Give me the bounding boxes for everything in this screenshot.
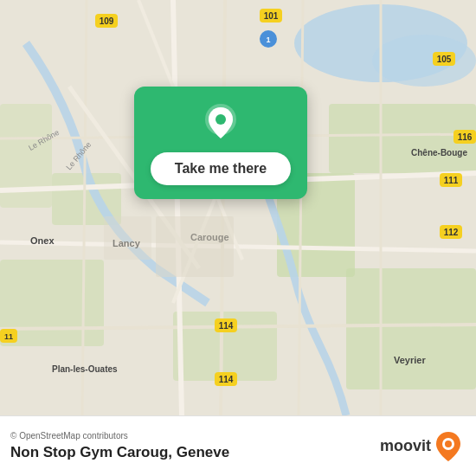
svg-text:Plan-les-Ouates: Plan-les-Ouates — [52, 364, 118, 374]
svg-point-56 — [445, 441, 452, 447]
svg-text:114: 114 — [219, 375, 234, 384]
svg-rect-50 — [156, 216, 234, 277]
take-me-there-button[interactable]: Take me there — [151, 152, 291, 185]
location-pin-icon — [200, 102, 241, 144]
svg-text:Veyrier: Veyrier — [394, 355, 426, 365]
svg-point-54 — [215, 114, 226, 125]
svg-text:11: 11 — [4, 332, 13, 341]
svg-text:101: 101 — [264, 11, 279, 21]
svg-text:116: 116 — [458, 132, 473, 142]
svg-text:109: 109 — [100, 16, 114, 26]
location-card: Take me there — [134, 87, 307, 199]
svg-text:Onex: Onex — [30, 235, 55, 246]
svg-rect-51 — [104, 216, 151, 260]
bottom-left-info: © OpenStreetMap contributors Non Stop Gy… — [10, 431, 229, 461]
map-svg: 109 101 105 116 111 112 114 114 11 Onex … — [0, 0, 476, 415]
bottom-bar: © OpenStreetMap contributors Non Stop Gy… — [0, 415, 476, 476]
svg-point-9 — [372, 35, 476, 87]
moovit-logo: moovit — [380, 430, 462, 463]
svg-text:1: 1 — [266, 35, 270, 44]
osm-credit: © OpenStreetMap contributors — [10, 431, 229, 441]
svg-text:111: 111 — [444, 176, 459, 185]
place-name: Non Stop Gym Caroug, Geneve — [10, 444, 229, 461]
moovit-text: moovit — [380, 437, 431, 455]
svg-text:112: 112 — [444, 228, 459, 237]
svg-text:Chêne-Bouge: Chêne-Bouge — [411, 148, 467, 158]
svg-text:114: 114 — [219, 321, 234, 331]
moovit-pin-icon — [434, 430, 462, 463]
svg-text:105: 105 — [437, 55, 452, 64]
svg-rect-5 — [346, 268, 476, 389]
map-container: 109 101 105 116 111 112 114 114 11 Onex … — [0, 0, 476, 415]
